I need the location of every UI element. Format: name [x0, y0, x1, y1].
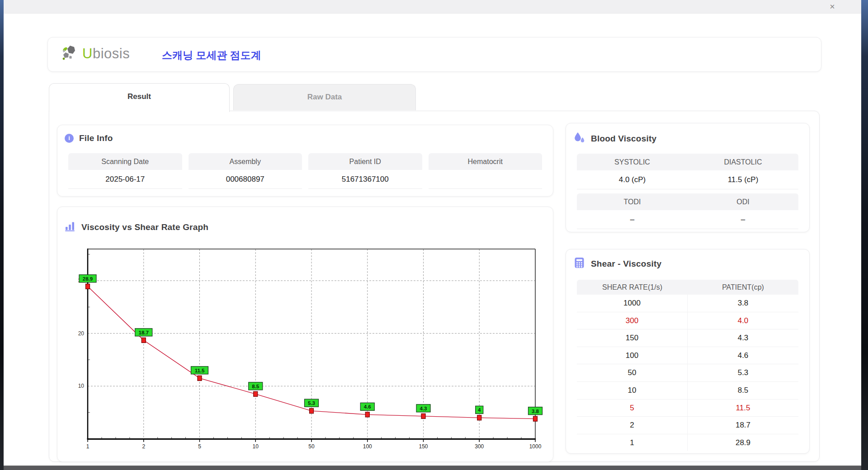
shear-table-header: SHEAR RATE(1/s)PATIENT(cp): [577, 280, 798, 295]
svg-text:10: 10: [78, 383, 85, 389]
viscosity-shear-chart: 1251050100150300100010203028.918.711.58.…: [57, 207, 554, 462]
svg-text:2: 2: [142, 443, 145, 450]
svg-text:300: 300: [475, 443, 484, 450]
shear-rate-cell: 10: [577, 382, 688, 399]
brand-text: Ubiosis: [82, 46, 130, 62]
shear-rate-cell: 300: [577, 312, 688, 329]
file-info-grid: Scanning DateAssemblyPatient IDHematocri…: [68, 153, 542, 189]
table-row: 10003.8: [577, 295, 798, 312]
svg-text:4.3: 4.3: [420, 406, 427, 411]
blood-viscosity-card: Blood Viscosity SYSTOLICDIASTOLIC4.0 (cP…: [566, 123, 810, 232]
shear-rate-cell: 1000: [577, 295, 688, 312]
shear-rate-cell: 100: [577, 347, 688, 364]
svg-text:4: 4: [478, 407, 481, 413]
brand-logo: Ubiosis: [61, 45, 130, 63]
patient-viscosity-cell: 18.7: [688, 417, 798, 434]
patient-viscosity-cell: 8.5: [688, 382, 798, 399]
table-row: 1504.3: [577, 329, 798, 347]
svg-text:8.5: 8.5: [252, 384, 259, 389]
shear-table-body: 10003.83004.01504.31004.6505.3108.5511.5…: [577, 295, 798, 451]
table-row: 108.5: [577, 382, 798, 400]
bv-header-cell: SYSTOLIC: [577, 154, 688, 170]
tab-result[interactable]: Result: [49, 83, 230, 112]
table-row: 3004.0: [577, 312, 798, 330]
info-icon: i: [65, 134, 74, 143]
svg-text:4.6: 4.6: [364, 404, 371, 409]
field-label: Assembly: [189, 153, 302, 170]
bv-value-cell: –: [577, 210, 688, 229]
graph-card: Viscosity vs Shear Rate Graph 1251050100…: [57, 207, 553, 462]
tab-raw-data[interactable]: Raw Data: [233, 84, 416, 110]
header-card: Ubiosis 스캐닝 모세관 점도계: [47, 37, 821, 72]
logo-mark-icon: [61, 45, 79, 63]
table-row: 1004.6: [577, 347, 798, 365]
svg-text:20: 20: [78, 330, 85, 337]
svg-text:1000: 1000: [529, 443, 542, 450]
droplet-icon: [573, 132, 585, 146]
calculator-icon: [573, 257, 585, 271]
patient-viscosity-cell: 3.8: [688, 295, 798, 312]
file-info-title: File Info: [79, 133, 113, 143]
svg-text:10: 10: [253, 443, 259, 450]
shear-rate-cell: 5: [577, 400, 688, 417]
svg-text:3.8: 3.8: [532, 409, 539, 414]
table-row: 128.9: [577, 434, 798, 451]
svg-text:100: 100: [363, 443, 372, 450]
svg-text:11.5: 11.5: [195, 368, 205, 373]
shear-rate-cell: 1: [577, 434, 688, 451]
window-bottom-edge: [4, 465, 861, 470]
bv-value-cell: 11.5 (cP): [688, 170, 798, 189]
table-row: 505.3: [577, 364, 798, 382]
bv-header-cell: TODI: [577, 193, 688, 210]
bv-value-cell: 4.0 (cP): [577, 170, 688, 189]
todi-odi-table: TODIODI––: [577, 193, 798, 229]
patient-viscosity-cell: 4.3: [688, 329, 798, 347]
bv-header-cell: DIASTOLIC: [688, 154, 798, 170]
field-label: Patient ID: [308, 153, 422, 170]
patient-viscosity-cell: 5.3: [688, 364, 798, 381]
field-value: [429, 170, 542, 189]
svg-text:150: 150: [419, 443, 428, 450]
svg-text:5.3: 5.3: [308, 400, 315, 406]
app-title: 스캐닝 모세관 점도계: [162, 48, 261, 62]
svg-text:5: 5: [198, 443, 201, 450]
bv-value-cell: –: [688, 210, 798, 229]
patient-viscosity-cell: 4.0: [688, 312, 798, 329]
systolic-diastolic-table: SYSTOLICDIASTOLIC4.0 (cP)11.5 (cP): [577, 154, 798, 189]
column-header: SHEAR RATE(1/s): [577, 280, 688, 295]
table-row: 218.7: [577, 417, 798, 434]
shear-viscosity-title: Shear - Viscosity: [591, 259, 661, 269]
svg-text:50: 50: [308, 443, 315, 450]
field-label: Hematocrit: [429, 153, 542, 170]
window-titlebar: ✕: [4, 0, 861, 14]
bv-header-cell: ODI: [688, 193, 798, 210]
field-value: 2025-06-17: [68, 170, 182, 189]
patient-viscosity-cell: 4.6: [688, 347, 798, 364]
field-label: Scanning Date: [68, 153, 182, 170]
shear-viscosity-card: Shear - Viscosity SHEAR RATE(1/s)PATIENT…: [566, 249, 810, 454]
patient-viscosity-cell: 28.9: [688, 434, 798, 451]
app-window: ✕ Ubiosis 스캐닝 모세관 점도계 Result Raw Data: [4, 0, 861, 465]
field-value: 000680897: [189, 170, 302, 189]
table-row: 511.5: [577, 400, 798, 417]
patient-viscosity-cell: 11.5: [688, 400, 798, 417]
shear-rate-cell: 2: [577, 417, 688, 434]
svg-text:1: 1: [86, 443, 90, 450]
column-header: PATIENT(cp): [688, 280, 798, 295]
svg-text:28.9: 28.9: [83, 276, 93, 282]
close-icon[interactable]: ✕: [827, 2, 838, 12]
svg-text:18.7: 18.7: [139, 330, 149, 335]
blood-viscosity-title: Blood Viscosity: [591, 134, 656, 144]
field-value: 51671367100: [308, 170, 422, 189]
shear-rate-cell: 50: [577, 364, 688, 381]
shear-rate-cell: 150: [577, 329, 688, 347]
file-info-card: i File Info Scanning DateAssemblyPatient…: [57, 125, 553, 197]
